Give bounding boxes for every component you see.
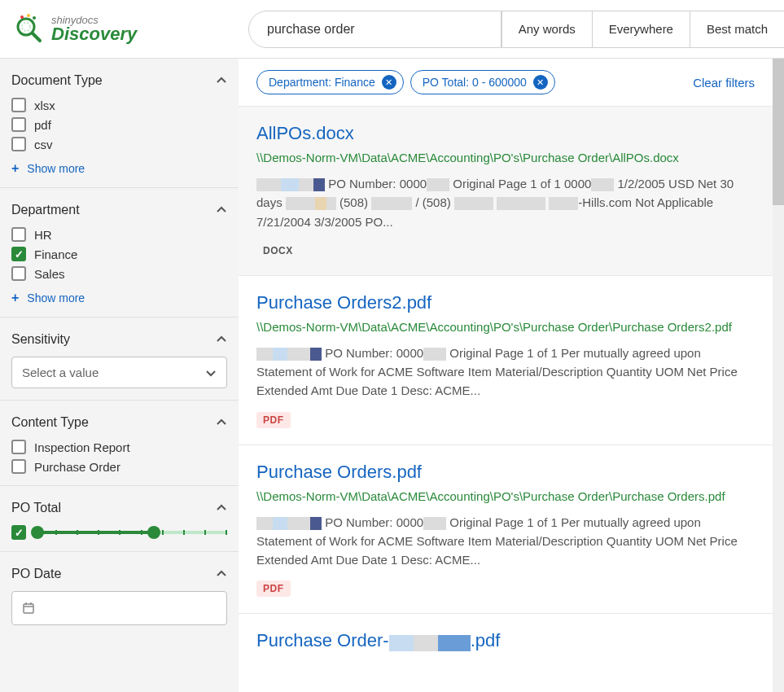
slider-handle-min[interactable] — [31, 526, 44, 539]
facet-title: PO Total — [11, 501, 61, 515]
facet-header-document-type[interactable]: Document Type — [11, 73, 227, 88]
filter-chip-department: Department: Finance ✕ — [256, 70, 404, 94]
facet-po-date: PO Date — [0, 552, 239, 637]
checkbox-hr[interactable]: HR — [11, 227, 227, 242]
redacted-text — [423, 347, 446, 360]
plus-icon: + — [11, 161, 19, 176]
chevron-down-icon — [205, 367, 217, 379]
result-path[interactable]: \\Demos-Norm-VM\Data\ACME\Accounting\PO'… — [256, 489, 755, 503]
logo-icon — [12, 13, 45, 46]
facet-title: Sensitivity — [11, 332, 70, 347]
facet-header-po-total[interactable]: PO Total — [11, 501, 227, 515]
chevron-up-icon — [216, 568, 227, 580]
facet-title: PO Date — [11, 567, 61, 581]
facet-header-sensitivity[interactable]: Sensitivity — [11, 332, 227, 347]
file-type-badge: PDF — [256, 412, 291, 428]
results-pane: Department: Finance ✕ PO Total: 0 - 6000… — [239, 59, 784, 692]
facet-po-total: PO Total — [0, 486, 239, 552]
app-header: shinydocs Discovery Any words Everywhere… — [0, 0, 784, 59]
result-snippet: PO Number: 0000 Original Page 1 of 1 Per… — [256, 513, 755, 570]
slider-handle-max[interactable] — [147, 526, 160, 539]
facets-sidebar: Document Type xlsx pdf csv +Show more De… — [0, 59, 239, 692]
search-bar: Any words Everywhere Best match — [248, 11, 784, 48]
result-snippet: PO Number: 0000 Original Page 1 of 1 Per… — [256, 344, 755, 401]
search-result: Purchase Orders2.pdf \\Demos-Norm-VM\Dat… — [239, 275, 773, 445]
chevron-up-icon — [216, 204, 227, 216]
chevron-up-icon — [216, 417, 227, 428]
facet-content-type: Content Type Inspection Report Purchase … — [0, 401, 239, 486]
facet-sensitivity: Sensitivity Select a value — [0, 318, 239, 401]
facet-department: Department HR Finance Sales +Show more — [0, 188, 239, 318]
result-title[interactable]: Purchase Orders.pdf — [256, 462, 755, 483]
svg-point-4 — [27, 14, 30, 17]
result-title[interactable]: Purchase Order-.pdf — [256, 630, 755, 651]
redacted-text — [591, 177, 614, 191]
checkbox-purchase-order[interactable]: Purchase Order — [11, 459, 227, 474]
logo-text-bottom: Discovery — [51, 25, 137, 43]
checkbox-finance[interactable]: Finance — [11, 247, 227, 261]
svg-line-2 — [33, 33, 40, 41]
redacted-title — [389, 635, 471, 651]
search-result: Purchase Orders.pdf \\Demos-Norm-VM\Data… — [239, 445, 773, 614]
app-logo: shinydocs Discovery — [12, 13, 248, 46]
checkbox-xlsx[interactable]: xlsx — [11, 98, 227, 112]
active-filters-bar: Department: Finance ✕ PO Total: 0 - 6000… — [239, 59, 773, 106]
redacted-text — [497, 196, 545, 209]
chevron-up-icon — [216, 334, 227, 345]
chevron-up-icon — [216, 502, 227, 514]
filter-chip-po-total: PO Total: 0 - 600000 ✕ — [410, 70, 555, 94]
search-scope[interactable]: Everywhere — [592, 11, 690, 48]
svg-point-3 — [20, 15, 24, 19]
redacted-text — [427, 177, 449, 191]
facet-header-po-date[interactable]: PO Date — [11, 567, 227, 581]
scrollbar-thumb[interactable] — [773, 59, 784, 205]
redacted-text — [423, 516, 446, 529]
po-total-enable-checkbox[interactable] — [11, 525, 26, 540]
redacted-text — [256, 347, 322, 360]
facet-header-content-type[interactable]: Content Type — [11, 415, 227, 430]
redacted-text — [286, 196, 336, 209]
search-match-mode[interactable]: Any words — [501, 11, 592, 48]
chevron-up-icon — [216, 75, 227, 86]
show-more-department[interactable]: +Show more — [11, 291, 227, 305]
calendar-icon — [22, 602, 35, 615]
svg-rect-6 — [24, 604, 33, 613]
remove-filter-icon[interactable]: ✕ — [382, 75, 396, 90]
result-path[interactable]: \\Demos-Norm-VM\Data\ACME\Accounting\PO'… — [256, 320, 755, 334]
facet-title: Department — [11, 203, 80, 217]
search-input[interactable] — [248, 11, 501, 48]
result-title[interactable]: Purchase Orders2.pdf — [256, 292, 755, 313]
redacted-text — [371, 196, 412, 209]
facet-document-type: Document Type xlsx pdf csv +Show more — [0, 59, 239, 188]
result-title[interactable]: AllPOs.docx — [256, 123, 755, 144]
facet-header-department[interactable]: Department — [11, 203, 227, 217]
plus-icon: + — [11, 291, 19, 305]
search-result: Purchase Order-.pdf — [239, 613, 773, 674]
checkbox-sales[interactable]: Sales — [11, 266, 227, 281]
show-more-document-type[interactable]: +Show more — [11, 161, 227, 176]
result-path[interactable]: \\Demos-Norm-VM\Data\ACME\Accounting\PO'… — [256, 151, 755, 164]
checkbox-csv[interactable]: csv — [11, 137, 227, 151]
search-sort[interactable]: Best match — [690, 11, 784, 48]
clear-filters-link[interactable]: Clear filters — [693, 76, 755, 90]
result-snippet: PO Number: 0000 Original Page 1 of 1 000… — [256, 174, 755, 231]
facet-title: Content Type — [11, 415, 89, 430]
search-result: AllPOs.docx \\Demos-Norm-VM\Data\ACME\Ac… — [239, 106, 773, 275]
svg-point-5 — [33, 16, 36, 20]
facet-title: Document Type — [11, 73, 103, 88]
redacted-text — [454, 196, 493, 209]
sensitivity-select[interactable]: Select a value — [11, 357, 227, 388]
file-type-badge: PDF — [256, 580, 291, 597]
redacted-text — [256, 516, 322, 529]
po-date-picker[interactable] — [11, 591, 227, 625]
redacted-text — [256, 177, 325, 191]
svg-point-1 — [22, 23, 30, 31]
remove-filter-icon[interactable]: ✕ — [533, 75, 548, 90]
checkbox-pdf[interactable]: pdf — [11, 117, 227, 132]
po-total-slider[interactable] — [34, 530, 227, 535]
redacted-text — [549, 196, 578, 209]
checkbox-inspection-report[interactable]: Inspection Report — [11, 440, 227, 454]
scrollbar[interactable] — [773, 59, 784, 692]
file-type-badge: DOCX — [256, 243, 300, 259]
